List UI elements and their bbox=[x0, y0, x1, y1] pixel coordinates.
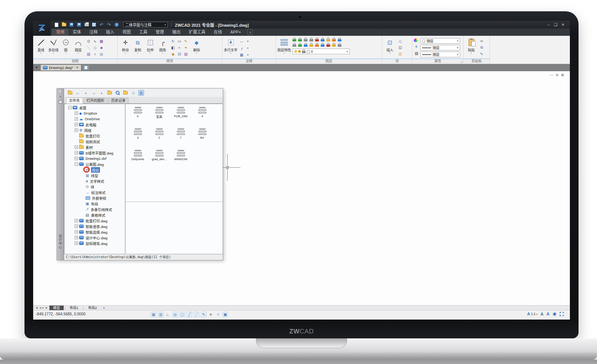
expand-icon[interactable]: + bbox=[75, 123, 78, 126]
layer-properties-button[interactable]: 图层特性▾ bbox=[277, 37, 291, 54]
circle-button[interactable]: 圆▾ bbox=[60, 37, 72, 54]
copy-button[interactable]: 复制▾ bbox=[132, 37, 144, 54]
layer-state-icon[interactable] bbox=[309, 44, 313, 47]
scale-icon[interactable] bbox=[177, 39, 182, 44]
auto-annotation-icon[interactable]: A bbox=[546, 312, 550, 316]
layer-state-icon[interactable] bbox=[309, 39, 313, 41]
expand-icon[interactable]: + bbox=[75, 112, 78, 115]
tree-item[interactable]: 文字样式 bbox=[65, 178, 124, 184]
maximize-button[interactable]: ❏ bbox=[554, 23, 557, 27]
layer-item[interactable]: 3 bbox=[127, 127, 148, 148]
ribbon-tab[interactable]: 视图 bbox=[118, 29, 135, 36]
expand-icon[interactable]: + bbox=[75, 151, 78, 154]
up-one-level-button[interactable] bbox=[107, 90, 112, 96]
minimize-button[interactable]: – bbox=[548, 23, 550, 27]
prev-layout-button[interactable]: ◂ bbox=[39, 306, 42, 309]
back-button[interactable] bbox=[75, 90, 81, 96]
add-layout-button[interactable]: ▪ bbox=[101, 306, 106, 310]
tree-item[interactable]: 块 bbox=[65, 184, 124, 190]
layer-state-icon[interactable] bbox=[326, 44, 330, 47]
chevron-down-icon[interactable] bbox=[245, 38, 251, 44]
tree-item[interactable]: +批量打印.dwg bbox=[65, 218, 124, 223]
palette-tab[interactable]: 打开的图形 bbox=[84, 98, 108, 103]
back-caret-button[interactable] bbox=[83, 90, 89, 96]
tree-item[interactable]: 多重引线样式 bbox=[65, 206, 124, 212]
linetype-list-icon[interactable] bbox=[414, 50, 419, 56]
close-button[interactable]: ✕ bbox=[562, 23, 565, 27]
tree-item[interactable]: 表格样式 bbox=[65, 212, 124, 218]
object-snap-icon[interactable]: ▢ bbox=[179, 312, 185, 317]
tree-item[interactable]: +此电脑 bbox=[65, 122, 124, 127]
layer-state-icon[interactable] bbox=[315, 39, 319, 41]
expand-icon[interactable]: + bbox=[75, 145, 78, 149]
edit-block-icon[interactable] bbox=[398, 45, 403, 50]
chevron-down-icon[interactable] bbox=[245, 45, 251, 51]
forward-button[interactable] bbox=[91, 90, 96, 96]
paste-button[interactable]: 粘贴▾ bbox=[465, 37, 478, 54]
ribbon-tab[interactable]: 输出 bbox=[168, 29, 185, 36]
save-button[interactable] bbox=[69, 22, 74, 28]
explode-icon[interactable] bbox=[183, 45, 188, 50]
match-properties-icon[interactable] bbox=[183, 52, 188, 57]
tree-item[interactable]: 布局 bbox=[65, 201, 124, 206]
palette-tab[interactable]: 历史记录 bbox=[108, 98, 129, 103]
property-linetype-select[interactable]: 随层▾ bbox=[420, 52, 460, 57]
annotation-monitor-icon[interactable]: ▣ bbox=[222, 312, 228, 317]
layer-state-icon[interactable] bbox=[321, 39, 325, 41]
drawing-canvas[interactable]: —⧉⊠ ✕ » 设计中心 文件夹打开的图形历史记录 bbox=[33, 71, 570, 305]
stretch-button[interactable]: 拉伸▾ bbox=[144, 37, 156, 54]
tree-item[interactable]: 标注样式 bbox=[65, 190, 124, 195]
layer-state-icon[interactable] bbox=[338, 44, 341, 47]
tree-item[interactable]: 批量打印 bbox=[65, 133, 124, 139]
polyline-button[interactable]: 多段线▾ bbox=[47, 37, 60, 54]
table-icon[interactable] bbox=[239, 52, 244, 58]
edit-polyline-icon[interactable] bbox=[183, 39, 188, 44]
layer-item[interactable]: PUB_DIM bbox=[170, 106, 191, 127]
tree-item[interactable]: 视频测试 bbox=[65, 139, 124, 144]
layer-state-icon[interactable] bbox=[298, 39, 302, 41]
polygon-icon[interactable] bbox=[92, 45, 98, 50]
property-color-select[interactable]: 随层▾ bbox=[420, 38, 460, 44]
mtext-button[interactable]: 多行文字▾ bbox=[224, 37, 237, 54]
ribbon-tab[interactable]: 扩展工具 bbox=[185, 29, 210, 36]
create-block-icon[interactable] bbox=[398, 38, 403, 44]
property-lineweight-select[interactable]: 随层▾ bbox=[420, 45, 460, 50]
ortho-mode-icon[interactable]: ∟ bbox=[165, 312, 171, 317]
open-file-button[interactable] bbox=[61, 22, 67, 28]
line-button[interactable]: 直线▾ bbox=[35, 37, 47, 54]
favorites-button[interactable] bbox=[122, 90, 128, 96]
lineweight-icon[interactable]: ≡ bbox=[208, 312, 214, 317]
leader-icon[interactable] bbox=[239, 46, 244, 51]
layer-item[interactable]: 4 bbox=[191, 106, 213, 127]
spline-icon[interactable] bbox=[92, 39, 98, 44]
layer-state-icon[interactable] bbox=[298, 44, 302, 47]
layer-state-icon[interactable] bbox=[292, 39, 296, 41]
ribbon-tab[interactable]: 管理 bbox=[152, 29, 168, 36]
tree-item[interactable]: 图层 bbox=[65, 167, 124, 173]
layer-state-icon[interactable] bbox=[321, 44, 325, 47]
dynamic-input-icon[interactable]: ✎ bbox=[201, 312, 207, 317]
folder-tree[interactable]: −桌面+Dropbox+OneDrive+此电脑+网络批量打印视频测试+素材+B… bbox=[64, 104, 125, 254]
expand-icon[interactable]: + bbox=[75, 242, 78, 245]
grid-icon[interactable]: ▦ bbox=[151, 312, 156, 317]
tree-item[interactable]: +Drawing1.dxf bbox=[65, 156, 124, 161]
palette-autohide-icon[interactable]: » bbox=[60, 95, 61, 98]
layer-state-icon[interactable] bbox=[315, 44, 319, 47]
ellipse-icon[interactable] bbox=[92, 52, 98, 57]
tree-item[interactable]: +鼠标随笔.dwg bbox=[65, 240, 124, 246]
layer-item[interactable]: Defpoints bbox=[127, 148, 148, 170]
tree-toggle-button[interactable] bbox=[138, 90, 144, 96]
expand-icon[interactable]: + bbox=[75, 157, 78, 160]
layer-item[interactable]: WINDOW bbox=[170, 148, 191, 170]
last-layout-button[interactable]: ► bbox=[44, 306, 49, 309]
next-layout-button[interactable]: ▸ bbox=[41, 306, 44, 309]
trim-icon[interactable] bbox=[177, 45, 182, 50]
selection-cycling-icon[interactable]: ✛ bbox=[215, 312, 221, 317]
doc-minimize-icon[interactable]: — bbox=[550, 73, 553, 77]
copy-clip-icon[interactable] bbox=[479, 45, 484, 50]
redo-button[interactable] bbox=[106, 22, 112, 28]
match-brush-icon[interactable] bbox=[479, 51, 484, 57]
layout-tab[interactable]: 布局1 bbox=[66, 306, 82, 310]
polar-tracking-icon[interactable]: ◎ bbox=[172, 312, 178, 317]
array-icon[interactable] bbox=[170, 52, 176, 57]
